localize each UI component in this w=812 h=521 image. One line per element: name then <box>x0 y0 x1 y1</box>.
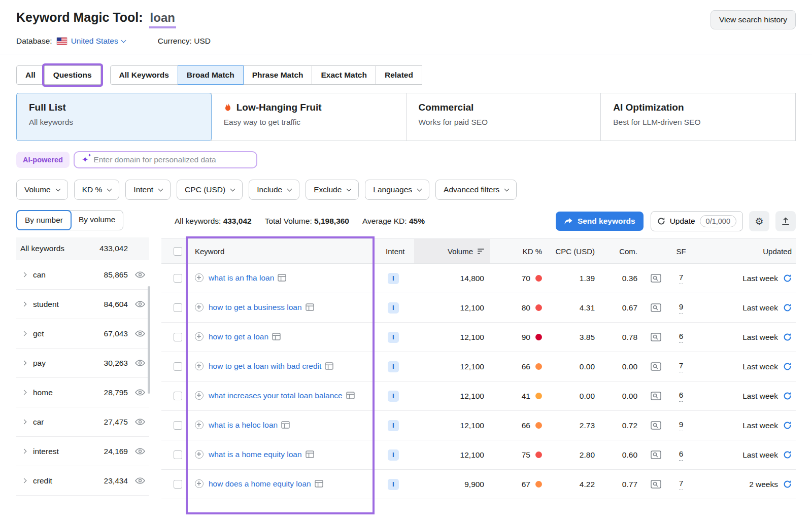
intent-badge[interactable]: I <box>388 420 399 431</box>
filter-dropdown[interactable]: Exclude <box>306 180 359 200</box>
by-volume-toggle[interactable]: By volume <box>71 211 123 230</box>
add-keyword-icon[interactable] <box>195 303 204 311</box>
eye-icon[interactable] <box>135 477 145 484</box>
keyword-group-row[interactable]: car 27,475 <box>16 407 149 437</box>
serp-features-icon[interactable] <box>346 392 355 401</box>
sf-count-link[interactable]: 7 <box>679 273 684 284</box>
row-checkbox[interactable] <box>174 303 182 312</box>
add-keyword-icon[interactable] <box>195 450 204 459</box>
intent-badge[interactable]: I <box>388 302 399 314</box>
keyword-group-row[interactable]: credit 23,434 <box>16 466 149 496</box>
chevron-right-icon[interactable] <box>22 272 27 277</box>
keyword-group-row[interactable]: interest 24,169 <box>16 437 149 466</box>
header-intent[interactable]: Intent <box>373 239 414 263</box>
serp-preview-icon[interactable] <box>651 392 661 400</box>
select-all-checkbox[interactable] <box>174 247 182 256</box>
serp-preview-icon[interactable] <box>651 274 661 283</box>
sf-count-link[interactable]: 6 <box>679 332 684 343</box>
serp-features-icon[interactable] <box>306 304 314 312</box>
match-tab[interactable]: Broad Match <box>178 65 244 85</box>
chevron-right-icon[interactable] <box>22 302 27 307</box>
sf-count-link[interactable]: 6 <box>679 391 684 402</box>
domain-input-box[interactable]: ✦✦ <box>74 151 257 168</box>
sidebar-scrollbar[interactable] <box>148 286 150 394</box>
header-sf[interactable]: SF <box>670 239 692 263</box>
eye-icon[interactable] <box>135 360 145 366</box>
match-tab[interactable]: Related <box>376 65 422 85</box>
keyword-link[interactable]: how to get a loan with bad credit <box>209 362 321 370</box>
keyword-link[interactable]: what is a heloc loan <box>209 421 278 429</box>
chevron-right-icon[interactable] <box>22 331 27 336</box>
keyword-link[interactable]: how does a home equity loan <box>209 479 311 488</box>
refresh-row-icon[interactable] <box>783 480 792 489</box>
match-tab[interactable]: All <box>16 65 45 85</box>
refresh-row-icon[interactable] <box>783 333 792 341</box>
row-checkbox[interactable] <box>174 274 182 283</box>
row-checkbox[interactable] <box>174 333 182 341</box>
serp-features-icon[interactable] <box>325 363 333 371</box>
add-keyword-icon[interactable] <box>195 273 204 282</box>
all-keywords-group-row[interactable]: All keywords 433,042 <box>16 237 149 260</box>
serp-preview-icon[interactable] <box>651 480 661 489</box>
header-com[interactable]: Com. <box>599 239 641 263</box>
serp-preview-icon[interactable] <box>651 450 661 459</box>
row-checkbox[interactable] <box>174 450 182 459</box>
sf-count-link[interactable]: 9 <box>679 302 684 314</box>
chevron-right-icon[interactable] <box>22 449 27 454</box>
filter-dropdown[interactable]: KD % <box>74 180 120 200</box>
eye-icon[interactable] <box>135 419 145 425</box>
refresh-row-icon[interactable] <box>783 274 792 283</box>
serp-features-icon[interactable] <box>315 480 323 489</box>
serp-features-icon[interactable] <box>278 274 286 283</box>
match-tab[interactable]: All Keywords <box>110 65 178 85</box>
intent-badge[interactable]: I <box>388 273 399 284</box>
send-keywords-button[interactable]: Send keywords <box>556 212 644 231</box>
keyword-link[interactable]: what is a home equity loan <box>209 450 302 459</box>
serp-preview-icon[interactable] <box>651 362 661 371</box>
filter-dropdown[interactable]: Include <box>249 180 299 200</box>
keyword-group-row[interactable]: get 67,043 <box>16 319 149 349</box>
keyword-link[interactable]: how to get a business loan <box>209 303 302 311</box>
refresh-row-icon[interactable] <box>783 392 792 400</box>
add-keyword-icon[interactable] <box>195 332 204 341</box>
header-keyword[interactable]: Keyword <box>187 239 373 263</box>
sf-count-link[interactable]: 7 <box>679 479 684 490</box>
serp-preview-icon[interactable] <box>651 421 661 430</box>
row-checkbox[interactable] <box>174 480 182 489</box>
header-volume[interactable]: Volume <box>414 239 490 263</box>
header-updated[interactable]: Updated <box>692 239 796 263</box>
eye-icon[interactable] <box>135 271 145 278</box>
keyword-group-row[interactable]: student 84,604 <box>16 290 149 319</box>
refresh-row-icon[interactable] <box>783 450 792 459</box>
export-button[interactable] <box>775 211 796 231</box>
eye-icon[interactable] <box>135 330 145 337</box>
match-tab[interactable]: Questions <box>44 65 101 85</box>
by-number-toggle[interactable]: By number <box>16 210 72 230</box>
keyword-link[interactable]: how to get a loan <box>209 332 268 341</box>
settings-gear-button[interactable]: ⚙ <box>749 211 769 231</box>
match-tab[interactable]: Phrase Match <box>243 65 313 85</box>
chevron-right-icon[interactable] <box>22 420 27 425</box>
chevron-right-icon[interactable] <box>22 478 27 483</box>
database-selector[interactable]: United States <box>56 37 125 46</box>
preset-card[interactable]: Full List All keywords <box>16 93 212 141</box>
refresh-row-icon[interactable] <box>783 303 792 312</box>
eye-icon[interactable] <box>135 448 145 455</box>
row-checkbox[interactable] <box>174 421 182 430</box>
eye-icon[interactable] <box>135 301 145 307</box>
serp-preview-icon[interactable] <box>651 333 661 341</box>
keyword-link[interactable]: what increases your total loan balance <box>209 391 343 400</box>
row-checkbox[interactable] <box>174 392 182 400</box>
preset-card[interactable]: Commercial Works for paid SEO <box>406 93 601 141</box>
add-keyword-icon[interactable] <box>195 421 204 429</box>
row-checkbox[interactable] <box>174 362 182 371</box>
chevron-right-icon[interactable] <box>22 361 27 366</box>
sf-count-link[interactable]: 9 <box>679 420 684 431</box>
preset-card[interactable]: Low-Hanging Fruit Easy way to get traffi… <box>211 93 407 141</box>
keyword-link[interactable]: what is an fha loan <box>209 273 274 282</box>
preset-card[interactable]: AI Optimization Best for LLM-driven SEO <box>600 93 796 141</box>
match-tab[interactable]: Exact Match <box>312 65 376 85</box>
keyword-group-row[interactable]: home 28,795 <box>16 378 149 407</box>
add-keyword-icon[interactable] <box>195 362 204 370</box>
intent-badge[interactable]: I <box>388 391 399 402</box>
